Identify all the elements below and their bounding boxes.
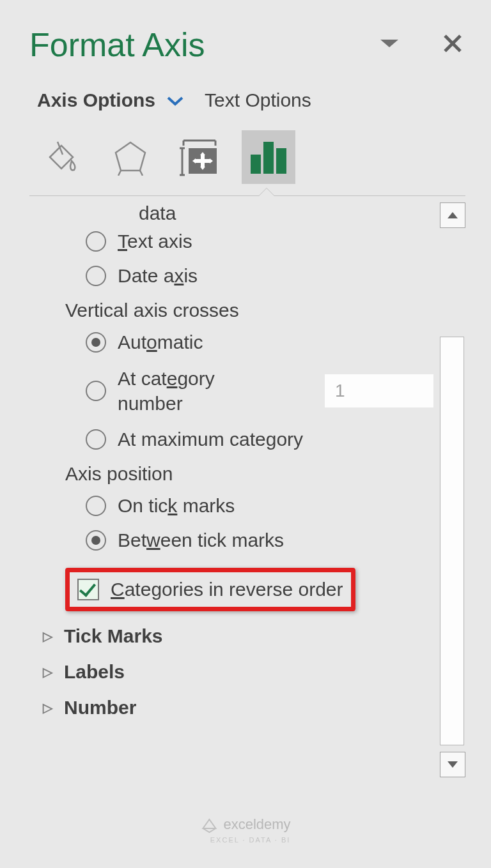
format-axis-pane: Format Axis Axis Options Text Options [0,0,491,849]
content-row: data Text axis Date axis Vertical axis c… [29,202,465,777]
tab-axis-options[interactable]: Axis Options [37,89,155,111]
chevron-down-icon[interactable] [167,89,183,111]
triangle-up-icon [448,212,458,218]
svg-line-6 [140,171,143,176]
close-icon [443,34,462,53]
option-tabs: Axis Options Text Options [29,89,465,111]
section-label: Tick Marks [64,625,163,647]
radio-label: Between tick marks [118,529,284,551]
options-content: data Text axis Date axis Vertical axis c… [29,202,440,777]
watermark-sub: EXCEL · DATA · BI [210,836,291,844]
effects-button[interactable] [104,130,157,184]
section-label: Labels [64,661,125,683]
divider [29,195,465,196]
svg-marker-23 [448,212,458,218]
vertical-scrollbar [440,202,465,777]
radio-icon [86,429,106,450]
title-row: Format Axis [29,26,465,64]
svg-rect-22 [276,148,286,174]
radio-at-maximum-category[interactable]: At maximum category [86,429,433,450]
logo-icon [200,816,218,834]
radio-icon [86,381,106,401]
triangle-down-icon [448,761,458,768]
category-icon-row [29,130,465,195]
radio-icon [86,496,106,516]
radio-label: Automatic [118,331,203,353]
scroll-track[interactable] [440,228,465,752]
paint-bucket-icon [42,138,81,176]
radio-label: Date axis [118,265,198,287]
radio-label: On tick marks [118,495,235,517]
pentagon-icon [112,139,149,176]
radio-automatic[interactable]: Automatic [86,331,433,353]
radio-at-category-number[interactable]: At category number 1 [86,366,433,416]
checkbox-categories-reverse[interactable]: Categories in reverse order [74,575,347,604]
watermark: exceldemy [200,816,290,834]
svg-line-5 [118,171,121,176]
radio-label: At maximum category [118,429,303,450]
axis-position-heading: Axis position [65,463,433,485]
svg-rect-19 [195,159,210,163]
section-number[interactable]: ▷ Number [38,697,433,719]
section-label: Number [64,697,136,719]
expand-icon: ▷ [38,700,56,715]
radio-label: Text axis [118,231,192,252]
bar-chart-icon [248,139,289,175]
fill-line-button[interactable] [35,130,88,184]
watermark-text: exceldemy [223,816,290,833]
expand-icon: ▷ [38,664,56,680]
checkbox-icon [77,579,99,600]
radio-icon [86,231,106,252]
highlight-box: Categories in reverse order [65,568,355,611]
truncated-option-label: data [139,202,433,224]
axis-options-button[interactable] [242,130,295,184]
caret-down-icon [380,38,398,49]
radio-icon [86,266,106,286]
size-icon [177,137,222,178]
radio-icon [86,530,106,551]
radio-label: At category number [118,366,265,416]
scroll-down-button[interactable] [440,752,465,777]
scroll-up-button[interactable] [440,202,465,228]
vertical-axis-crosses-heading: Vertical axis crosses [65,300,433,321]
scroll-thumb[interactable] [440,337,464,745]
svg-marker-0 [380,40,398,47]
radio-date-axis[interactable]: Date axis [86,265,433,287]
radio-icon [86,332,106,353]
svg-marker-24 [448,761,458,768]
radio-between-tick-marks[interactable]: Between tick marks [86,529,433,551]
category-number-input[interactable]: 1 [325,374,433,407]
svg-rect-20 [251,155,261,174]
section-labels[interactable]: ▷ Labels [38,661,433,683]
tab-indicator-arrow [258,188,275,197]
expand-icon: ▷ [38,628,56,644]
radio-text-axis[interactable]: Text axis [86,231,433,252]
svg-marker-4 [116,142,145,171]
checkbox-label: Categories in reverse order [111,579,343,600]
size-properties-button[interactable] [173,130,226,184]
pane-menu-button[interactable] [380,38,398,52]
pane-title: Format Axis [29,26,205,64]
svg-rect-21 [263,142,274,174]
tab-text-options[interactable]: Text Options [205,89,311,111]
section-tick-marks[interactable]: ▷ Tick Marks [38,625,433,647]
radio-on-tick-marks[interactable]: On tick marks [86,495,433,517]
close-button[interactable] [443,34,462,56]
